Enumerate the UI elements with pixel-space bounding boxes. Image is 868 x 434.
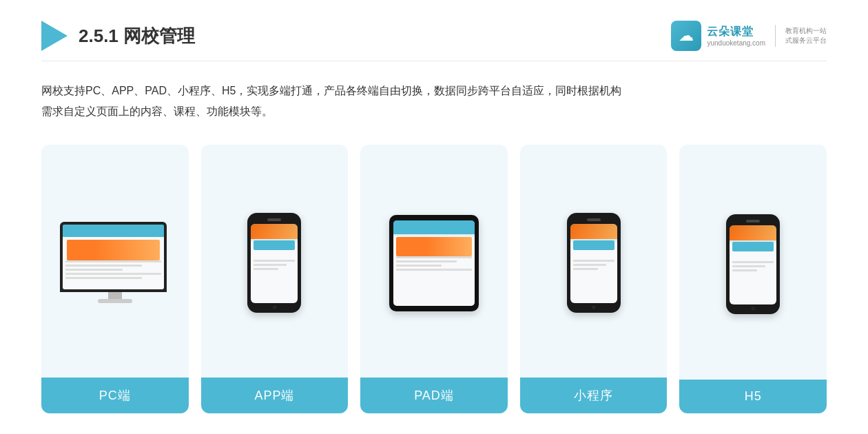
- pad-tablet-icon: [389, 215, 479, 311]
- miniprogram-phone-icon: [567, 213, 621, 313]
- card-app-label: APP端: [201, 378, 349, 413]
- h5-phone-icon: [726, 214, 780, 314]
- brand-name: 云朵课堂: [707, 25, 754, 39]
- card-h5: H5: [679, 145, 827, 413]
- brand-divider: [775, 25, 776, 47]
- header-left: 2.5.1 网校管理: [41, 21, 195, 51]
- card-h5-label: H5: [679, 380, 827, 413]
- cards-container: PC端 APP端: [41, 145, 827, 413]
- card-h5-image: [679, 145, 827, 380]
- description-text: 网校支持PC、APP、PAD、小程序、H5，实现多端打通，产品各终端自由切换，数…: [41, 81, 827, 123]
- card-pad-image: [360, 145, 508, 378]
- page-title: 2.5.1 网校管理: [79, 24, 195, 48]
- brand-icon: [671, 21, 701, 51]
- logo-triangle-icon: [41, 21, 68, 51]
- card-pc-image: [41, 145, 189, 378]
- card-app-image: [201, 145, 349, 378]
- brand-slogan: 教育机构一站 式服务云平台: [785, 26, 827, 45]
- card-app: APP端: [201, 145, 349, 413]
- brand-url: yunduoketang.com: [707, 39, 765, 47]
- card-pad: PAD端: [360, 145, 508, 413]
- card-miniprogram: 小程序: [520, 145, 668, 413]
- page-container: 2.5.1 网校管理 云朵课堂 yunduoketang.com 教育机构一站 …: [0, 0, 868, 434]
- card-miniprogram-image: [520, 145, 668, 378]
- card-pad-label: PAD端: [360, 378, 508, 413]
- pc-monitor-icon: [60, 222, 170, 304]
- card-miniprogram-label: 小程序: [520, 378, 668, 413]
- card-pc: PC端: [41, 145, 189, 413]
- brand-text: 云朵课堂 yunduoketang.com: [707, 25, 765, 47]
- brand-logo: 云朵课堂 yunduoketang.com 教育机构一站 式服务云平台: [671, 21, 827, 51]
- header: 2.5.1 网校管理 云朵课堂 yunduoketang.com 教育机构一站 …: [41, 21, 827, 61]
- app-phone-icon: [247, 213, 301, 313]
- card-pc-label: PC端: [41, 378, 189, 413]
